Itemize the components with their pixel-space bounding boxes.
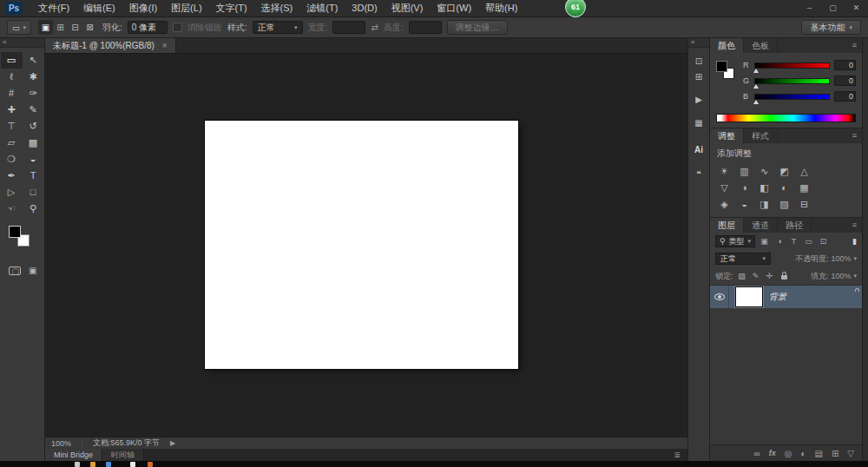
blue-value-field[interactable]	[834, 91, 856, 102]
path-selection-tool[interactable]: ▷	[1, 184, 23, 201]
levels-icon[interactable]: ▥	[735, 163, 753, 179]
rectangle-tool[interactable]: □	[23, 184, 44, 201]
menu-layer[interactable]: 图层(L)	[164, 0, 208, 16]
brush-tool[interactable]: ✎	[23, 102, 44, 118]
vibrance-icon[interactable]: △	[795, 163, 813, 179]
minimize-button[interactable]: –	[798, 0, 821, 16]
rectangular-marquee-tool[interactable]: ▭	[1, 52, 23, 69]
menu-type[interactable]: 文字(T)	[209, 0, 254, 16]
new-adjustment-layer-icon[interactable]: ◐	[800, 449, 806, 458]
link-layers-icon[interactable]: ∞	[754, 449, 760, 458]
posterize-icon[interactable]: ◨	[755, 196, 773, 212]
expand-panels-icon[interactable]: «	[688, 38, 709, 48]
workspace-switcher[interactable]: 基本功能 ▾	[801, 20, 861, 35]
subtract-selection-icon[interactable]: ⊟	[68, 20, 82, 35]
quick-selection-tool[interactable]: ✱	[23, 69, 44, 85]
bottom-panel-menu-icon[interactable]: ≣	[674, 451, 687, 459]
taskbar-app-icon[interactable]	[75, 462, 80, 467]
taskbar-app-icon[interactable]	[130, 462, 135, 467]
menu-file[interactable]: 文件(F)	[31, 0, 76, 16]
layer-thumbnail[interactable]	[735, 286, 763, 307]
actions-panel-icon[interactable]: ▶	[690, 92, 707, 107]
tab-styles[interactable]: 样式	[744, 128, 778, 143]
lock-image-pixels-icon[interactable]: ✎	[751, 272, 761, 280]
fill-control[interactable]: 填充: 100% ▾	[811, 271, 857, 282]
lock-all-icon[interactable]	[781, 275, 787, 280]
foreground-color-swatch[interactable]	[9, 226, 21, 238]
foreground-color-swatch[interactable]	[716, 61, 727, 72]
lock-position-icon[interactable]: ✛	[765, 272, 775, 280]
slider-handle[interactable]	[753, 84, 759, 89]
opacity-control[interactable]: 不透明度: 100% ▾	[795, 253, 857, 265]
collapse-tools-icon[interactable]: «	[0, 38, 44, 48]
layer-visibility-cell[interactable]	[710, 286, 729, 308]
close-button[interactable]: ✕	[845, 0, 868, 16]
tab-mini-bridge[interactable]: Mini Bridge	[45, 449, 102, 461]
green-value-field[interactable]	[834, 76, 856, 86]
blend-mode-select[interactable]: 正常 ▾	[715, 253, 771, 265]
history-brush-tool[interactable]: ↺	[23, 118, 44, 135]
style-select[interactable]: 正常 ▾	[253, 21, 303, 34]
panel-menu-icon[interactable]: ≡	[852, 218, 862, 233]
tab-color[interactable]: 颜色	[710, 38, 744, 53]
tool-preset-picker[interactable]: ▭ ▾	[7, 20, 31, 35]
layer-filter-type-select[interactable]: ⚲ 类型 ▾	[715, 235, 755, 247]
status-expand-icon[interactable]: ▶	[170, 439, 175, 447]
taskbar-app-icon[interactable]	[106, 462, 111, 467]
delete-layer-icon[interactable]: ▽	[847, 449, 854, 458]
filter-pixel-layers-icon[interactable]: ▣	[759, 237, 770, 246]
black-white-icon[interactable]: ◧	[755, 180, 773, 195]
menu-help[interactable]: 帮助(H)	[478, 0, 524, 16]
filter-shape-layers-icon[interactable]: ▭	[803, 237, 814, 246]
document-tab[interactable]: 未标题-1 @ 100%(RGB/8) ×	[45, 38, 176, 53]
new-group-icon[interactable]: ▤	[814, 449, 822, 458]
width-input[interactable]	[332, 21, 365, 34]
blue-slider[interactable]	[754, 94, 830, 100]
gradient-tool[interactable]: ▩	[23, 135, 44, 151]
ai-panel-icon[interactable]: Ai	[690, 142, 707, 157]
red-slider[interactable]	[754, 62, 830, 69]
hue-saturation-icon[interactable]: ▽	[715, 180, 733, 195]
color-lookup-icon[interactable]: ◈	[715, 196, 733, 212]
taskbar-app-icon[interactable]	[148, 462, 153, 467]
history-panel-icon[interactable]: ⊡	[690, 54, 707, 69]
height-input[interactable]	[409, 21, 442, 34]
blur-tool[interactable]: ❍	[1, 151, 23, 168]
clone-stamp-tool[interactable]: ⊤	[1, 118, 23, 135]
menu-view[interactable]: 视图(V)	[385, 0, 431, 16]
layer-style-icon[interactable]: fx	[769, 449, 776, 457]
gradient-map-icon[interactable]: ⊟	[795, 196, 813, 212]
hand-tool[interactable]: ☜	[1, 201, 23, 217]
red-value-field[interactable]	[834, 60, 856, 70]
zoom-tool[interactable]: ⚲	[23, 201, 44, 217]
crop-tool[interactable]: #	[1, 85, 23, 102]
canvas[interactable]	[205, 121, 518, 369]
tab-layers[interactable]: 图层	[710, 218, 744, 233]
filter-smart-objects-icon[interactable]: ⊡	[818, 237, 829, 246]
color-balance-icon[interactable]: ◑	[735, 180, 753, 195]
menu-window[interactable]: 窗口(W)	[430, 0, 478, 16]
panel-menu-icon[interactable]: ≡	[852, 38, 862, 53]
lasso-tool[interactable]: ℓ	[1, 69, 23, 85]
channel-mixer-icon[interactable]: ▦	[795, 180, 813, 195]
tab-adjustments[interactable]: 调整	[710, 128, 744, 143]
slider-handle[interactable]	[753, 69, 759, 73]
type-tool[interactable]: T	[23, 168, 44, 184]
add-layer-mask-icon[interactable]: ◎	[785, 449, 792, 458]
green-slider[interactable]	[754, 78, 830, 84]
eraser-tool[interactable]: ▱	[1, 135, 23, 151]
new-selection-icon[interactable]: ▣	[38, 20, 53, 35]
menu-filter[interactable]: 滤镜(T)	[299, 0, 345, 16]
brightness-contrast-icon[interactable]: ☀	[715, 163, 733, 179]
dodge-tool[interactable]: ◒	[23, 151, 44, 168]
swap-width-height-icon[interactable]: ⇄	[371, 23, 378, 32]
histogram-panel-icon[interactable]: ▦	[690, 115, 707, 130]
tab-channels[interactable]: 通道	[744, 218, 778, 233]
filter-toggle-icon[interactable]: ▮	[852, 237, 857, 246]
feather-input[interactable]	[128, 21, 168, 34]
filter-type-layers-icon[interactable]: T	[788, 237, 799, 246]
notes-panel-icon[interactable]: ❝	[690, 167, 707, 181]
invert-icon[interactable]: ◒	[735, 196, 753, 212]
spot-healing-brush-tool[interactable]: ✚	[1, 102, 23, 118]
pasteboard[interactable]	[45, 54, 687, 437]
